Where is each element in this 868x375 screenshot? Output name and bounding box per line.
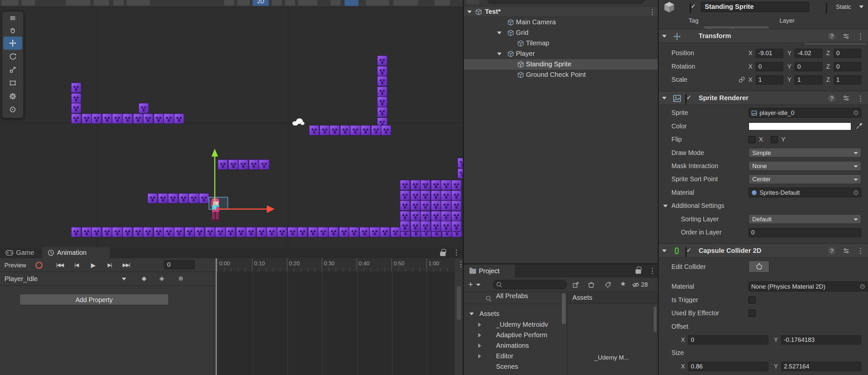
- scene-header-row[interactable]: Test* ⋮: [464, 6, 658, 17]
- object-picker-icon[interactable]: ⊙: [853, 189, 859, 196]
- scale-x-field[interactable]: 1: [756, 75, 783, 84]
- static-dropdown-icon[interactable]: [859, 6, 863, 8]
- position-x-field[interactable]: -9.01: [756, 48, 783, 58]
- tab-project[interactable]: Project: [464, 264, 515, 278]
- flip-x-checkbox[interactable]: [748, 136, 756, 143]
- sprite-object-field[interactable]: player-idle_0 ⊙: [748, 108, 861, 118]
- add-asset-button[interactable]: +: [468, 280, 473, 289]
- scene-view[interactable]: 2D: [0, 0, 463, 247]
- presets-icon[interactable]: [842, 32, 849, 40]
- foldout-icon[interactable]: [497, 53, 501, 55]
- 2d-mode-button[interactable]: 2D: [252, 0, 269, 6]
- link-icon[interactable]: [738, 76, 746, 84]
- gizmo-x-arrowhead[interactable]: [267, 205, 275, 213]
- order-in-layer-field[interactable]: 0: [748, 227, 861, 237]
- scrollbar-thumb[interactable]: [562, 293, 566, 324]
- hierarchy-item-ground-check-point[interactable]: Ground Check Point: [464, 70, 658, 80]
- clip-dropdown[interactable]: Player_Idle: [4, 275, 37, 283]
- foldout-icon[interactable]: [478, 354, 481, 358]
- grid-snap-dropdown[interactable]: [126, 0, 151, 6]
- flip-y-checkbox[interactable]: [771, 136, 778, 143]
- create-menu-button[interactable]: [466, 0, 479, 4]
- sprite-renderer-header[interactable]: Sprite Renderer ? ⋮: [659, 91, 868, 105]
- foldout-icon[interactable]: [467, 10, 471, 13]
- folder-row[interactable]: Scenes: [464, 362, 567, 372]
- rotation-x-field[interactable]: 0: [756, 62, 783, 71]
- add-keyframe-button[interactable]: ◆: [142, 275, 146, 282]
- kebab-icon[interactable]: ⋮: [857, 247, 864, 254]
- folder-row[interactable]: Animations: [464, 341, 567, 351]
- help-icon[interactable]: ?: [828, 247, 835, 254]
- kebab-icon[interactable]: ⋮: [649, 8, 656, 15]
- foldout-icon[interactable]: [469, 313, 474, 315]
- capsule-collider-header[interactable]: Capsule Collider 2D ? ⋮: [659, 243, 868, 258]
- audio-toggle[interactable]: [284, 0, 296, 6]
- hierarchy-item-main-camera[interactable]: Main Camera: [464, 17, 658, 28]
- static-checkbox[interactable]: [826, 3, 827, 13]
- hierarchy-item-grid[interactable]: Grid: [464, 28, 658, 38]
- sorting-layer-dropdown[interactable]: Default: [748, 214, 861, 224]
- dopesheet[interactable]: [216, 272, 454, 375]
- rotate-tool-button[interactable]: [3, 50, 22, 63]
- offset-x-field[interactable]: 0: [688, 335, 768, 344]
- folder-row[interactable]: Editor: [464, 351, 567, 362]
- foldout-icon[interactable]: [662, 250, 666, 252]
- next-key-button[interactable]: ▶|: [102, 259, 117, 271]
- add-property-button[interactable]: Add Property: [20, 293, 169, 305]
- timeline-ruler[interactable]: 0:00 0:10 0:20 0:30 0:40 0:50 1:00: [216, 258, 454, 272]
- open-asset-icon[interactable]: [572, 281, 579, 288]
- project-pane-divider[interactable]: [567, 292, 567, 375]
- custom-tool-button[interactable]: [3, 103, 22, 116]
- scale-y-field[interactable]: 1: [795, 75, 822, 84]
- hidden-count-eye-icon[interactable]: [632, 282, 639, 288]
- tab-game[interactable]: Game: [0, 247, 42, 258]
- hierarchy-search-input[interactable]: [487, 0, 645, 4]
- scrollbar-thumb[interactable]: [654, 306, 656, 332]
- tools-menu-button[interactable]: [3, 13, 22, 23]
- foldout-icon[interactable]: [497, 32, 501, 34]
- scrollbar-thumb[interactable]: [457, 286, 461, 320]
- hand-tool-button[interactable]: [3, 23, 22, 36]
- transform-header[interactable]: Transform ? ⋮: [659, 29, 868, 43]
- favorite-star-icon[interactable]: ★: [620, 280, 626, 288]
- frame-field[interactable]: 0: [164, 260, 195, 270]
- foldout-icon[interactable]: [478, 343, 481, 348]
- folder-row[interactable]: Adaptive Perform: [464, 330, 567, 341]
- help-icon[interactable]: ?: [828, 95, 835, 102]
- gameobject-name-field[interactable]: Standing Sprite: [701, 2, 809, 12]
- presets-icon[interactable]: [842, 247, 849, 254]
- rotation-dropdown[interactable]: [93, 0, 110, 6]
- draw-mode-dropdown[interactable]: Simple: [748, 148, 861, 158]
- previous-key-button[interactable]: |◀: [69, 259, 84, 271]
- foldout-icon[interactable]: [663, 205, 668, 207]
- hidden-objects-toggle[interactable]: [330, 0, 341, 6]
- kebab-icon[interactable]: ⋮: [857, 32, 864, 40]
- foldout-icon[interactable]: [662, 35, 666, 37]
- kebab-icon[interactable]: ⋮: [649, 267, 656, 275]
- assets-root-row[interactable]: Assets: [464, 309, 567, 319]
- help-icon[interactable]: ?: [828, 32, 835, 40]
- add-keyframe-selected-button[interactable]: ◈: [159, 275, 164, 282]
- transform-tool-button[interactable]: [3, 90, 22, 103]
- color-swatch[interactable]: [748, 122, 851, 130]
- edit-collider-button[interactable]: [748, 260, 769, 273]
- tool-context-dropdown[interactable]: [1, 0, 19, 6]
- lock-icon[interactable]: [636, 269, 641, 274]
- used-by-effector-checkbox[interactable]: [748, 309, 756, 317]
- pivot-dropdown[interactable]: [65, 0, 91, 6]
- draw-mode-dropdown[interactable]: [237, 0, 250, 6]
- tool-context-dropdown[interactable]: [21, 0, 35, 6]
- preview-toggle[interactable]: Preview: [4, 262, 26, 268]
- gizmo-origin-handle[interactable]: [212, 205, 216, 210]
- foldout-icon[interactable]: [478, 333, 481, 337]
- rect-tool-button[interactable]: [3, 76, 22, 89]
- lock-icon[interactable]: [440, 252, 446, 256]
- add-event-button[interactable]: ⊕: [178, 275, 184, 282]
- scale-z-field[interactable]: 1: [834, 75, 861, 84]
- label-icon[interactable]: [604, 281, 611, 288]
- rotation-y-field[interactable]: 0: [795, 62, 822, 71]
- tab-animation[interactable]: Animation: [42, 247, 110, 258]
- folder-row[interactable]: _Udemy Metroidv: [464, 320, 567, 330]
- active-checkbox[interactable]: [690, 3, 690, 13]
- sprite-sort-point-dropdown[interactable]: Center: [748, 175, 861, 184]
